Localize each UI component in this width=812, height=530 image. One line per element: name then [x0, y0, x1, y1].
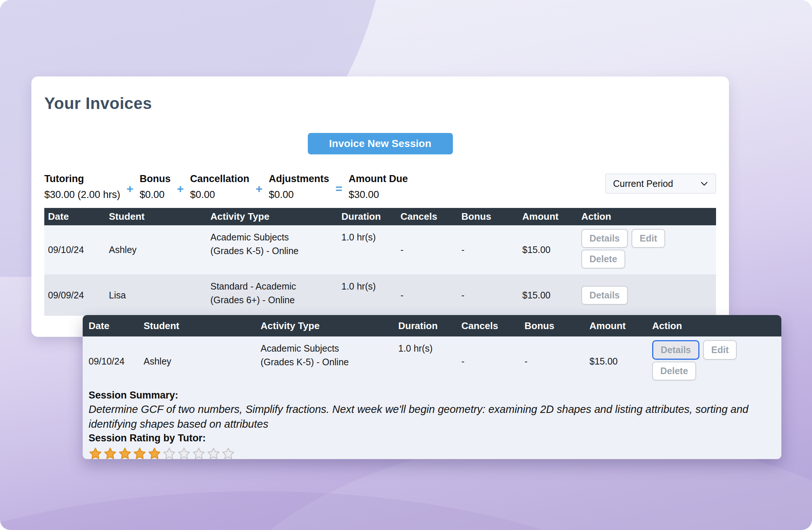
- col-header-action: Action: [648, 320, 781, 332]
- summary-cancellation-value: $0.00: [190, 188, 250, 201]
- col-header-student: Student: [105, 211, 207, 222]
- star-filled-icon[interactable]: [89, 447, 102, 461]
- invoices-table: Date Student Activity Type Duration Canc…: [44, 208, 716, 316]
- star-empty-icon[interactable]: [221, 447, 235, 461]
- table-row: 09/10/24 Ashley Academic Subjects (Grade…: [44, 225, 716, 274]
- col-header-date: Date: [44, 211, 105, 222]
- cell-actions: Details: [578, 286, 716, 305]
- cell-date: 09/09/24: [44, 288, 105, 302]
- col-header-cancels: Cancels: [458, 320, 521, 332]
- session-rating-label: Session Rating by Tutor:: [89, 431, 773, 445]
- summary-tutoring-value: $30.00 (2.00 hrs): [44, 188, 120, 201]
- star-empty-icon[interactable]: [177, 447, 191, 461]
- summary-adjustments-label: Adjustments: [269, 173, 329, 185]
- summary-cancellation-label: Cancellation: [190, 173, 250, 185]
- col-header-student: Student: [140, 320, 257, 332]
- cell-activity-type: Academic Subjects (Grades K-5) - Online: [257, 336, 395, 369]
- cell-date: 09/10/24: [85, 355, 140, 368]
- plus-operator: +: [256, 183, 263, 195]
- cell-date: 09/10/24: [44, 243, 105, 257]
- edit-button[interactable]: Edit: [632, 229, 665, 248]
- col-header-cancels: Cancels: [397, 211, 458, 222]
- star-filled-icon[interactable]: [133, 447, 147, 461]
- summary-amount-due: Amount Due $30.00: [348, 173, 407, 201]
- detail-table-row: 09/10/24 Ashley Academic Subjects (Grade…: [83, 336, 781, 386]
- invoice-new-session-button[interactable]: Invoice New Session: [308, 133, 453, 154]
- summary-adjustments-value: $0.00: [269, 188, 329, 201]
- cell-cancels: -: [458, 355, 521, 368]
- delete-button[interactable]: Delete: [652, 362, 696, 380]
- summary-bonus: Bonus $0.00: [140, 173, 171, 201]
- cell-duration: 1.0 hr(s): [338, 225, 397, 244]
- cell-activity-type: Academic Subjects (Grades K-5) - Online: [207, 225, 338, 258]
- col-header-action: Action: [578, 211, 716, 222]
- details-button[interactable]: Details: [581, 229, 628, 248]
- plus-operator: +: [177, 183, 184, 195]
- screen: Your Invoices Invoice New Session Tutori…: [0, 0, 812, 530]
- session-summary-text: Determine GCF of two numbers, Simplify f…: [89, 402, 771, 431]
- table-header-row: Date Student Activity Type Duration Canc…: [44, 208, 716, 225]
- cell-duration: 1.0 hr(s): [338, 274, 397, 293]
- col-header-bonus: Bonus: [521, 320, 586, 332]
- star-empty-icon[interactable]: [192, 447, 206, 461]
- cell-bonus: -: [458, 288, 519, 302]
- star-empty-icon[interactable]: [207, 447, 220, 461]
- col-header-amount: Amount: [519, 211, 578, 222]
- session-detail-panel: Date Student Activity Type Duration Canc…: [83, 315, 781, 459]
- cell-student: Ashley: [105, 243, 207, 257]
- col-header-activity-type: Activity Type: [207, 211, 338, 222]
- cell-activity-type: Standard - Academic (Grades 6+) - Online: [207, 274, 338, 307]
- summary-bonus-value: $0.00: [140, 188, 171, 201]
- summary-amount-due-value: $30.00: [348, 188, 407, 201]
- detail-table-header-row: Date Student Activity Type Duration Canc…: [83, 315, 781, 336]
- session-detail-text: Session Summary: Determine GCF of two nu…: [83, 386, 781, 461]
- cell-actions: Details Edit Delete: [578, 225, 716, 269]
- background-swoosh-shape-2: [0, 491, 701, 530]
- cell-amount: $15.00: [519, 243, 578, 257]
- col-header-bonus: Bonus: [458, 211, 519, 222]
- star-filled-icon[interactable]: [103, 447, 117, 461]
- cell-amount: $15.00: [519, 288, 578, 302]
- plus-operator: +: [127, 183, 134, 195]
- page-title: Your Invoices: [44, 94, 716, 113]
- summary-amount-due-label: Amount Due: [348, 173, 407, 185]
- chevron-down-icon: [699, 179, 709, 188]
- table-row: 09/09/24 Lisa Standard - Academic (Grade…: [44, 274, 716, 316]
- details-button[interactable]: Details: [581, 286, 628, 305]
- button-row: Invoice New Session: [44, 133, 716, 154]
- cell-actions: Details Edit Delete: [648, 336, 781, 380]
- equals-operator: =: [336, 183, 343, 195]
- edit-button[interactable]: Edit: [703, 340, 737, 360]
- cell-cancels: -: [397, 288, 458, 302]
- delete-button[interactable]: Delete: [581, 250, 625, 269]
- session-summary-label: Session Summary:: [89, 389, 773, 402]
- col-header-amount: Amount: [586, 320, 648, 332]
- col-header-duration: Duration: [395, 320, 458, 332]
- star-filled-icon[interactable]: [118, 447, 132, 461]
- star-empty-icon[interactable]: [162, 447, 176, 461]
- col-header-duration: Duration: [338, 211, 397, 222]
- period-filter-select[interactable]: Current Period: [605, 174, 716, 194]
- summary-tutoring: Tutoring $30.00 (2.00 hrs): [44, 173, 120, 201]
- cell-bonus: -: [521, 355, 586, 368]
- summary-bonus-label: Bonus: [140, 173, 171, 185]
- summary-adjustments: Adjustments $0.00: [269, 173, 329, 201]
- invoice-summary-row: Tutoring $30.00 (2.00 hrs) + Bonus $0.00…: [44, 173, 716, 201]
- cell-duration: 1.0 hr(s): [395, 336, 458, 355]
- period-filter-selected-value: Current Period: [613, 178, 673, 189]
- cell-bonus: -: [458, 243, 519, 257]
- details-button-focused[interactable]: Details: [652, 340, 699, 360]
- col-header-activity-type: Activity Type: [257, 320, 395, 332]
- star-filled-icon[interactable]: [148, 447, 161, 461]
- col-header-date: Date: [85, 320, 140, 332]
- cell-cancels: -: [397, 243, 458, 257]
- summary-cancellation: Cancellation $0.00: [190, 173, 250, 201]
- cell-student: Ashley: [140, 355, 257, 368]
- cell-student: Lisa: [105, 288, 207, 302]
- invoices-card: Your Invoices Invoice New Session Tutori…: [31, 76, 729, 337]
- summary-tutoring-label: Tutoring: [44, 173, 120, 185]
- cell-amount: $15.00: [586, 355, 648, 368]
- rating-stars[interactable]: [89, 447, 773, 461]
